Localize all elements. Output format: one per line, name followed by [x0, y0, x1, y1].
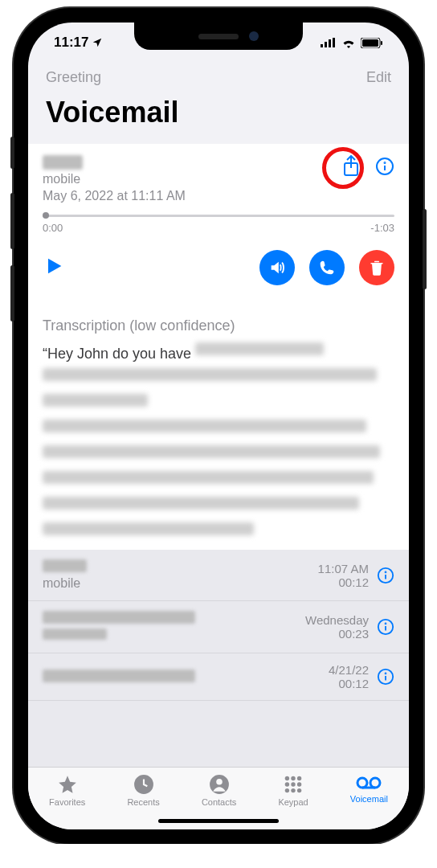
caller-sub-redacted: xx [43, 628, 107, 640]
caller-name-redacted: xx [43, 559, 87, 572]
tab-keypad[interactable]: Keypad [278, 774, 308, 807]
svg-point-27 [291, 782, 295, 786]
tab-label: Keypad [278, 797, 308, 807]
svg-rect-5 [362, 39, 378, 47]
speaker-button[interactable] [259, 250, 295, 285]
tab-recents[interactable]: Recents [127, 774, 159, 807]
delete-button[interactable] [359, 250, 394, 285]
play-button[interactable] [43, 255, 65, 280]
voicemail-icon [356, 774, 382, 792]
tab-label: Recents [127, 797, 159, 807]
transcription-header: Transcription (low confidence) [43, 317, 394, 334]
redacted-text [43, 368, 377, 381]
info-button[interactable] [377, 668, 394, 686]
tab-bar: Favorites Recents Contacts Keypad Voicem… [28, 767, 409, 829]
caller-name-redacted: xxxx [43, 155, 83, 170]
clock-icon [133, 774, 154, 795]
info-button[interactable] [377, 618, 394, 636]
redacted-text [195, 342, 324, 355]
call-datetime: May 6, 2022 at 11:11 AM [43, 189, 341, 203]
transcription-visible-text: “Hey John do you have [43, 346, 191, 362]
share-button[interactable] [341, 155, 361, 178]
caller-name-redacted: xx [43, 611, 195, 624]
tab-label: Favorites [49, 797, 85, 807]
elapsed-time: 0:00 [43, 222, 63, 234]
svg-point-29 [285, 788, 289, 792]
svg-point-32 [357, 778, 367, 788]
svg-point-25 [297, 776, 301, 780]
svg-point-13 [386, 571, 386, 572]
svg-rect-2 [329, 39, 331, 47]
svg-rect-6 [381, 41, 382, 45]
transcription-body: “Hey John do you have [43, 339, 394, 545]
svg-point-16 [386, 623, 386, 624]
caller-name-redacted: xx [43, 669, 195, 682]
svg-rect-3 [333, 38, 335, 47]
playback-scrubber[interactable]: 0:00 -1:03 [43, 215, 394, 234]
voicemail-duration: 00:23 [305, 627, 369, 641]
caller-type: mobile [43, 172, 341, 186]
voicemail-actions [341, 155, 394, 178]
svg-point-24 [291, 776, 295, 780]
transcription-section: Transcription (low confidence) “Hey John… [28, 301, 409, 550]
phone-frame: 11:17 Greeting Edit Voicem [14, 8, 423, 844]
location-icon [92, 37, 103, 48]
cellular-icon [321, 38, 337, 47]
edit-button[interactable]: Edit [366, 69, 391, 86]
voicemail-time: Wednesday [305, 613, 369, 627]
voicemail-item[interactable]: xx 4/21/22 00:12 [28, 653, 409, 701]
voicemail-list: xx mobile 11:07 AM 00:12 xx xx Wednesday [28, 550, 409, 767]
svg-rect-1 [325, 42, 327, 47]
redacted-text [43, 394, 148, 407]
redacted-text [43, 471, 374, 484]
tab-contacts[interactable]: Contacts [202, 774, 236, 807]
status-time: 11:17 [54, 35, 88, 51]
svg-rect-0 [321, 44, 323, 47]
svg-point-28 [297, 782, 301, 786]
voicemail-time: 4/21/22 [329, 663, 369, 677]
voicemail-item[interactable]: xx mobile 11:07 AM 00:12 [28, 550, 409, 601]
tab-label: Voicemail [350, 794, 388, 804]
page-title: Voicemail [28, 86, 409, 144]
caller-type: mobile [43, 576, 318, 591]
battery-icon [361, 38, 383, 48]
redacted-text [43, 445, 380, 458]
voicemail-duration: 00:12 [318, 575, 369, 589]
redacted-text [43, 522, 254, 535]
tab-label: Contacts [202, 797, 236, 807]
svg-point-22 [216, 779, 223, 785]
wifi-icon [341, 38, 356, 48]
home-indicator[interactable] [158, 819, 279, 823]
svg-point-30 [291, 788, 295, 792]
voicemail-item[interactable]: xx xx Wednesday 00:23 [28, 601, 409, 653]
svg-point-26 [285, 782, 289, 786]
info-button[interactable] [377, 567, 394, 584]
svg-point-23 [285, 776, 289, 780]
svg-point-19 [386, 673, 386, 674]
remaining-time: -1:03 [370, 222, 394, 234]
callback-button[interactable] [309, 250, 345, 285]
voicemail-expanded: xxxx mobile May 6, 2022 at 11:11 AM [28, 144, 409, 301]
star-icon [56, 774, 79, 795]
keypad-icon [283, 774, 304, 795]
svg-point-10 [385, 162, 386, 163]
screen: 11:17 Greeting Edit Voicem [28, 23, 409, 829]
notch [134, 23, 303, 50]
tab-voicemail[interactable]: Voicemail [350, 774, 388, 804]
person-icon [209, 774, 230, 795]
svg-point-33 [370, 778, 380, 788]
redacted-text [43, 497, 359, 510]
svg-point-31 [297, 788, 301, 792]
playback-controls [43, 250, 394, 285]
info-button[interactable] [375, 157, 394, 176]
voicemail-time: 11:07 AM [318, 562, 369, 575]
tab-favorites[interactable]: Favorites [49, 774, 85, 807]
greeting-button[interactable]: Greeting [46, 69, 101, 86]
voicemail-duration: 00:12 [329, 677, 369, 690]
nav-bar: Greeting Edit [28, 63, 409, 86]
redacted-text [43, 420, 366, 432]
